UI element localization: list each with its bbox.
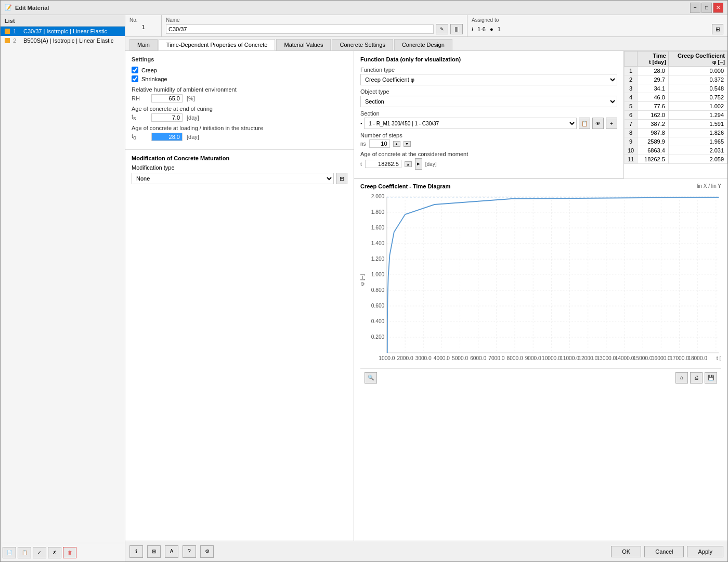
row-coeff: 1.294 bbox=[668, 111, 727, 120]
svg-text:1000.0: 1000.0 bbox=[379, 355, 395, 361]
font-button[interactable]: A bbox=[165, 545, 178, 558]
svg-text:12000.0: 12000.0 bbox=[578, 355, 597, 361]
rh-input[interactable] bbox=[151, 94, 183, 103]
t-up-button[interactable]: ▲ bbox=[405, 161, 412, 167]
rh-unit: [%] bbox=[187, 95, 195, 101]
new-item-button[interactable]: 📄 bbox=[3, 547, 16, 558]
cancel-button[interactable]: Cancel bbox=[644, 546, 684, 557]
title-bar-left: 📝 Edit Material bbox=[5, 4, 49, 11]
chart-container: 0.200 0.400 0.600 0.800 1.000 1.200 1.40… bbox=[360, 191, 721, 368]
svg-text:9000.0: 9000.0 bbox=[525, 355, 541, 361]
delete-button[interactable]: 🗑 bbox=[63, 547, 76, 558]
ns-input[interactable] bbox=[369, 139, 390, 148]
svg-text:7000.0: 7000.0 bbox=[488, 355, 504, 361]
svg-text:10000.0: 10000.0 bbox=[542, 355, 561, 361]
rh-field-row: RH [%] bbox=[132, 94, 347, 103]
table-row: 577.61.002 bbox=[625, 102, 727, 111]
row-num: 8 bbox=[625, 129, 638, 137]
tab-time-dependent[interactable]: Time-Dependent Properties of Concrete bbox=[159, 39, 276, 50]
section-edit-button[interactable]: 📋 bbox=[579, 118, 590, 129]
info-button[interactable]: ℹ bbox=[129, 545, 143, 558]
ok-button[interactable]: OK bbox=[611, 546, 641, 557]
chart-export-button[interactable]: 🖨 bbox=[690, 372, 703, 384]
shrinkage-row: Shrinkage bbox=[132, 75, 347, 82]
table-row: 446.00.752 bbox=[625, 93, 727, 102]
chart-zoom-button[interactable]: 🔍 bbox=[365, 372, 377, 384]
sidebar-footer: 📄 📋 ✓ ✗ 🗑 bbox=[1, 543, 125, 561]
row-time: 162.0 bbox=[638, 111, 669, 120]
chart-home-button[interactable]: ⌂ bbox=[675, 372, 688, 384]
section-view-button[interactable]: 👁 bbox=[592, 118, 604, 129]
to-input[interactable] bbox=[151, 133, 183, 141]
row-coeff: 1.002 bbox=[668, 102, 727, 111]
name-input[interactable] bbox=[166, 24, 434, 34]
shrinkage-checkbox[interactable] bbox=[132, 75, 138, 82]
ts-group: Age of concrete at end of curing ts [day… bbox=[132, 106, 347, 122]
ns-up-button[interactable]: ▲ bbox=[393, 141, 400, 147]
no-section: No. 1 bbox=[125, 15, 162, 36]
minimize-button[interactable]: − bbox=[690, 3, 700, 13]
function-type-select[interactable]: Creep Coefficient φ Shrinkage bbox=[360, 74, 617, 85]
table-row: 334.10.548 bbox=[625, 84, 727, 93]
ts-input[interactable] bbox=[151, 113, 183, 122]
ts-unit: [day] bbox=[187, 114, 199, 121]
svg-text:2000.0: 2000.0 bbox=[397, 355, 413, 361]
settings-button[interactable]: ⚙ bbox=[200, 545, 214, 558]
sidebar-item-1[interactable]: 1 C30/37 | Isotropic | Linear Elastic bbox=[1, 27, 125, 36]
title-bar-buttons: − □ ✕ bbox=[690, 3, 723, 13]
name-edit-button[interactable]: ✎ bbox=[436, 24, 448, 34]
assigned-num: 1 bbox=[498, 26, 501, 32]
ts-field-row: ts [day] bbox=[132, 113, 347, 122]
t-input[interactable] bbox=[365, 160, 401, 168]
color-indicator-1 bbox=[5, 29, 10, 34]
rh-group: Relative humidity of ambient environment… bbox=[132, 86, 347, 103]
section-add-button[interactable]: + bbox=[606, 118, 617, 129]
apply-button[interactable]: Apply bbox=[687, 546, 723, 557]
ns-label: Number of steps bbox=[360, 132, 617, 138]
row-coeff: 1.826 bbox=[668, 129, 727, 137]
chart-title: Creep Coefficient - Time Diagram lin X /… bbox=[360, 183, 721, 189]
no-value: 1 bbox=[129, 24, 157, 30]
table-row: 92589.91.965 bbox=[625, 137, 727, 146]
copy-item-button[interactable]: 📋 bbox=[18, 547, 31, 558]
maximize-button[interactable]: □ bbox=[701, 3, 712, 13]
creep-checkbox[interactable] bbox=[132, 67, 138, 73]
grid-button[interactable]: ⊞ bbox=[147, 545, 161, 558]
section-select[interactable]: 1 - R_M1 300/450 | 1 - C30/37 bbox=[364, 118, 577, 129]
uncheck-button[interactable]: ✗ bbox=[48, 547, 61, 558]
name-section: Name ✎ ||| bbox=[162, 15, 467, 36]
close-button[interactable]: ✕ bbox=[713, 3, 723, 13]
chart-save-button[interactable]: 💾 bbox=[705, 372, 717, 384]
svg-text:16000.0: 16000.0 bbox=[652, 355, 671, 361]
mod-type-button[interactable]: ⊞ bbox=[336, 173, 347, 184]
tab-concrete-settings[interactable]: Concrete Settings bbox=[332, 39, 393, 50]
tab-material-values[interactable]: Material Values bbox=[276, 39, 331, 50]
table-row: 229.70.372 bbox=[625, 75, 727, 84]
help-button[interactable]: ? bbox=[183, 545, 196, 558]
main-area: List 1 C30/37 | Isotropic | Linear Elast… bbox=[1, 15, 727, 561]
row-num: 7 bbox=[625, 120, 638, 129]
svg-text:t [day]: t [day] bbox=[717, 355, 721, 361]
row-num: 11 bbox=[625, 155, 638, 164]
object-type-select[interactable]: Section Member bbox=[360, 96, 617, 107]
sidebar-item-2[interactable]: 2 B500S(A) | Isotropic | Linear Elastic bbox=[1, 36, 125, 45]
row-coeff: 0.000 bbox=[668, 67, 727, 75]
t-play-button[interactable]: ▶ bbox=[415, 158, 422, 170]
table-row: 128.00.000 bbox=[625, 67, 727, 75]
sidebar-header: List bbox=[1, 15, 125, 27]
tab-concrete-design[interactable]: Concrete Design bbox=[394, 39, 452, 50]
tab-main[interactable]: Main bbox=[129, 39, 158, 50]
table-col3-header: Creep Coefficientφ [–] bbox=[668, 52, 727, 67]
row-num: 10 bbox=[625, 146, 638, 155]
ns-down-button[interactable]: ▼ bbox=[404, 141, 411, 147]
chart-footer: 🔍 ⌂ 🖨 💾 bbox=[360, 368, 721, 386]
check-button[interactable]: ✓ bbox=[33, 547, 46, 558]
mod-type-select[interactable]: None Factor Custom bbox=[132, 173, 334, 184]
function-type-field: Function type Creep Coefficient φ Shrink… bbox=[360, 67, 617, 85]
svg-text:1.400: 1.400 bbox=[371, 240, 385, 246]
svg-text:4000.0: 4000.0 bbox=[434, 355, 450, 361]
right-panel: Function Data (only for visualization) F… bbox=[354, 51, 727, 541]
assigned-button[interactable]: ⊞ bbox=[712, 24, 723, 34]
function-type-label: Function type bbox=[360, 67, 617, 73]
name-barcode-button[interactable]: ||| bbox=[450, 24, 463, 34]
